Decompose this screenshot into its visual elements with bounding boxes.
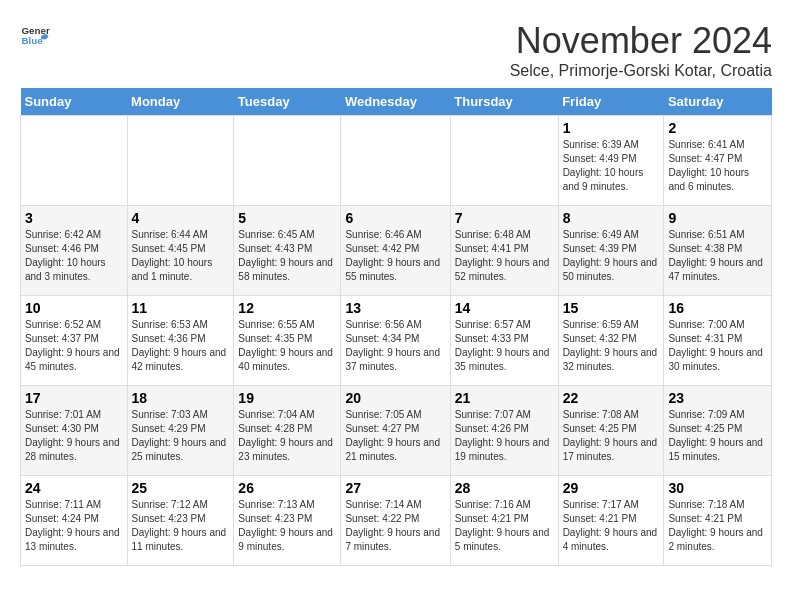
day-number: 13: [345, 300, 445, 316]
day-number: 22: [563, 390, 660, 406]
calendar-cell: 18Sunrise: 7:03 AM Sunset: 4:29 PM Dayli…: [127, 386, 234, 476]
calendar-cell: 29Sunrise: 7:17 AM Sunset: 4:21 PM Dayli…: [558, 476, 664, 566]
logo: General Blue: [20, 20, 50, 50]
calendar-cell: 26Sunrise: 7:13 AM Sunset: 4:23 PM Dayli…: [234, 476, 341, 566]
weekday-header-row: SundayMondayTuesdayWednesdayThursdayFrid…: [21, 88, 772, 116]
calendar-week-row: 1Sunrise: 6:39 AM Sunset: 4:49 PM Daylig…: [21, 116, 772, 206]
day-number: 27: [345, 480, 445, 496]
calendar-cell: [341, 116, 450, 206]
day-info: Sunrise: 7:05 AM Sunset: 4:27 PM Dayligh…: [345, 408, 445, 464]
day-info: Sunrise: 7:03 AM Sunset: 4:29 PM Dayligh…: [132, 408, 230, 464]
day-number: 17: [25, 390, 123, 406]
calendar-cell: 15Sunrise: 6:59 AM Sunset: 4:32 PM Dayli…: [558, 296, 664, 386]
calendar-cell: [234, 116, 341, 206]
calendar-cell: 4Sunrise: 6:44 AM Sunset: 4:45 PM Daylig…: [127, 206, 234, 296]
calendar-cell: 5Sunrise: 6:45 AM Sunset: 4:43 PM Daylig…: [234, 206, 341, 296]
svg-text:Blue: Blue: [22, 35, 44, 46]
day-number: 7: [455, 210, 554, 226]
day-info: Sunrise: 6:39 AM Sunset: 4:49 PM Dayligh…: [563, 138, 660, 194]
day-info: Sunrise: 6:53 AM Sunset: 4:36 PM Dayligh…: [132, 318, 230, 374]
day-info: Sunrise: 6:42 AM Sunset: 4:46 PM Dayligh…: [25, 228, 123, 284]
day-info: Sunrise: 6:55 AM Sunset: 4:35 PM Dayligh…: [238, 318, 336, 374]
day-number: 16: [668, 300, 767, 316]
day-number: 3: [25, 210, 123, 226]
day-number: 28: [455, 480, 554, 496]
day-number: 5: [238, 210, 336, 226]
title-section: November 2024 Selce, Primorje-Gorski Kot…: [510, 20, 772, 80]
calendar-cell: 13Sunrise: 6:56 AM Sunset: 4:34 PM Dayli…: [341, 296, 450, 386]
day-info: Sunrise: 7:09 AM Sunset: 4:25 PM Dayligh…: [668, 408, 767, 464]
calendar-cell: 25Sunrise: 7:12 AM Sunset: 4:23 PM Dayli…: [127, 476, 234, 566]
day-info: Sunrise: 7:04 AM Sunset: 4:28 PM Dayligh…: [238, 408, 336, 464]
day-number: 6: [345, 210, 445, 226]
calendar-cell: 11Sunrise: 6:53 AM Sunset: 4:36 PM Dayli…: [127, 296, 234, 386]
calendar-cell: 14Sunrise: 6:57 AM Sunset: 4:33 PM Dayli…: [450, 296, 558, 386]
day-info: Sunrise: 6:48 AM Sunset: 4:41 PM Dayligh…: [455, 228, 554, 284]
day-info: Sunrise: 6:45 AM Sunset: 4:43 PM Dayligh…: [238, 228, 336, 284]
day-number: 30: [668, 480, 767, 496]
calendar-cell: 28Sunrise: 7:16 AM Sunset: 4:21 PM Dayli…: [450, 476, 558, 566]
day-number: 11: [132, 300, 230, 316]
calendar-cell: 23Sunrise: 7:09 AM Sunset: 4:25 PM Dayli…: [664, 386, 772, 476]
calendar-cell: 6Sunrise: 6:46 AM Sunset: 4:42 PM Daylig…: [341, 206, 450, 296]
day-info: Sunrise: 7:08 AM Sunset: 4:25 PM Dayligh…: [563, 408, 660, 464]
day-number: 21: [455, 390, 554, 406]
calendar-week-row: 10Sunrise: 6:52 AM Sunset: 4:37 PM Dayli…: [21, 296, 772, 386]
weekday-header-friday: Friday: [558, 88, 664, 116]
day-number: 2: [668, 120, 767, 136]
day-info: Sunrise: 7:18 AM Sunset: 4:21 PM Dayligh…: [668, 498, 767, 554]
day-info: Sunrise: 7:00 AM Sunset: 4:31 PM Dayligh…: [668, 318, 767, 374]
calendar-week-row: 24Sunrise: 7:11 AM Sunset: 4:24 PM Dayli…: [21, 476, 772, 566]
day-number: 24: [25, 480, 123, 496]
weekday-header-monday: Monday: [127, 88, 234, 116]
weekday-header-wednesday: Wednesday: [341, 88, 450, 116]
calendar-cell: 27Sunrise: 7:14 AM Sunset: 4:22 PM Dayli…: [341, 476, 450, 566]
day-info: Sunrise: 7:11 AM Sunset: 4:24 PM Dayligh…: [25, 498, 123, 554]
day-info: Sunrise: 6:52 AM Sunset: 4:37 PM Dayligh…: [25, 318, 123, 374]
calendar-cell: [127, 116, 234, 206]
weekday-header-tuesday: Tuesday: [234, 88, 341, 116]
day-number: 8: [563, 210, 660, 226]
day-info: Sunrise: 6:51 AM Sunset: 4:38 PM Dayligh…: [668, 228, 767, 284]
day-number: 15: [563, 300, 660, 316]
day-info: Sunrise: 7:16 AM Sunset: 4:21 PM Dayligh…: [455, 498, 554, 554]
calendar-table: SundayMondayTuesdayWednesdayThursdayFrid…: [20, 88, 772, 566]
day-number: 29: [563, 480, 660, 496]
calendar-cell: [21, 116, 128, 206]
calendar-cell: 21Sunrise: 7:07 AM Sunset: 4:26 PM Dayli…: [450, 386, 558, 476]
calendar-cell: 9Sunrise: 6:51 AM Sunset: 4:38 PM Daylig…: [664, 206, 772, 296]
calendar-cell: 20Sunrise: 7:05 AM Sunset: 4:27 PM Dayli…: [341, 386, 450, 476]
calendar-cell: 10Sunrise: 6:52 AM Sunset: 4:37 PM Dayli…: [21, 296, 128, 386]
day-info: Sunrise: 7:01 AM Sunset: 4:30 PM Dayligh…: [25, 408, 123, 464]
calendar-week-row: 3Sunrise: 6:42 AM Sunset: 4:46 PM Daylig…: [21, 206, 772, 296]
day-info: Sunrise: 6:44 AM Sunset: 4:45 PM Dayligh…: [132, 228, 230, 284]
day-info: Sunrise: 6:49 AM Sunset: 4:39 PM Dayligh…: [563, 228, 660, 284]
day-number: 19: [238, 390, 336, 406]
day-number: 20: [345, 390, 445, 406]
day-info: Sunrise: 7:13 AM Sunset: 4:23 PM Dayligh…: [238, 498, 336, 554]
day-info: Sunrise: 6:59 AM Sunset: 4:32 PM Dayligh…: [563, 318, 660, 374]
calendar-cell: 22Sunrise: 7:08 AM Sunset: 4:25 PM Dayli…: [558, 386, 664, 476]
calendar-cell: 30Sunrise: 7:18 AM Sunset: 4:21 PM Dayli…: [664, 476, 772, 566]
calendar-cell: 17Sunrise: 7:01 AM Sunset: 4:30 PM Dayli…: [21, 386, 128, 476]
month-title: November 2024: [510, 20, 772, 62]
location-subtitle: Selce, Primorje-Gorski Kotar, Croatia: [510, 62, 772, 80]
day-info: Sunrise: 7:12 AM Sunset: 4:23 PM Dayligh…: [132, 498, 230, 554]
day-info: Sunrise: 6:41 AM Sunset: 4:47 PM Dayligh…: [668, 138, 767, 194]
day-number: 25: [132, 480, 230, 496]
calendar-cell: 8Sunrise: 6:49 AM Sunset: 4:39 PM Daylig…: [558, 206, 664, 296]
weekday-header-thursday: Thursday: [450, 88, 558, 116]
weekday-header-saturday: Saturday: [664, 88, 772, 116]
calendar-cell: [450, 116, 558, 206]
day-info: Sunrise: 6:46 AM Sunset: 4:42 PM Dayligh…: [345, 228, 445, 284]
day-number: 4: [132, 210, 230, 226]
day-info: Sunrise: 6:56 AM Sunset: 4:34 PM Dayligh…: [345, 318, 445, 374]
svg-text:General: General: [22, 25, 51, 36]
calendar-week-row: 17Sunrise: 7:01 AM Sunset: 4:30 PM Dayli…: [21, 386, 772, 476]
calendar-cell: 1Sunrise: 6:39 AM Sunset: 4:49 PM Daylig…: [558, 116, 664, 206]
day-info: Sunrise: 6:57 AM Sunset: 4:33 PM Dayligh…: [455, 318, 554, 374]
calendar-cell: 19Sunrise: 7:04 AM Sunset: 4:28 PM Dayli…: [234, 386, 341, 476]
calendar-cell: 16Sunrise: 7:00 AM Sunset: 4:31 PM Dayli…: [664, 296, 772, 386]
day-info: Sunrise: 7:17 AM Sunset: 4:21 PM Dayligh…: [563, 498, 660, 554]
day-number: 14: [455, 300, 554, 316]
